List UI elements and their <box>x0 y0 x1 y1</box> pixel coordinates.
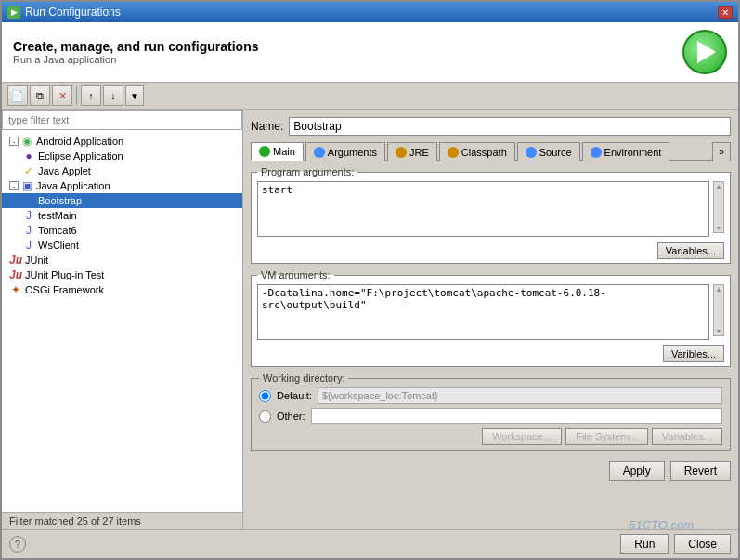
dir-variables-button[interactable]: Variables... <box>652 428 722 445</box>
import-button[interactable]: ↓ <box>103 85 123 106</box>
junit-icon: Ju <box>9 254 22 267</box>
program-args-row: ▲ ▼ <box>257 181 724 237</box>
vm-variables-button[interactable]: Varibles... <box>663 345 724 362</box>
arguments-tab-icon <box>314 147 325 158</box>
toolbar: 📄 ⧉ ✕ ↑ ↓ ▼ <box>2 83 738 110</box>
tab-jre[interactable]: JRE <box>387 142 437 161</box>
tomcat6-icon: J <box>22 224 35 237</box>
name-row: Name: <box>251 117 731 136</box>
tab-source[interactable]: Source <box>517 142 580 161</box>
environment-tab-icon <box>591 147 602 158</box>
osgi-icon: ✦ <box>9 283 22 296</box>
footer-bar: ? Run Close <box>2 529 738 558</box>
tree-expand-android[interactable]: - <box>9 137 19 146</box>
dir-buttons: Workspace... File System... Variables... <box>259 428 722 445</box>
close-window-button[interactable]: ✕ <box>718 6 733 19</box>
other-radio-label: Other: <box>277 410 305 422</box>
default-radio-row: Default: <box>259 387 722 404</box>
program-args-controls: ▲ ▼ <box>713 181 724 233</box>
export-button[interactable]: ↑ <box>81 85 101 106</box>
run-button[interactable]: Run <box>620 534 669 554</box>
more-dropdown-button[interactable]: ▼ <box>125 85 144 106</box>
tree-label-applet: Java Applet <box>38 165 91 176</box>
tab-environment[interactable]: Environment <box>582 142 670 161</box>
run-configurations-window: ▶ Run Configurations ✕ Create, manage, a… <box>0 0 740 560</box>
new-config-button[interactable]: 📄 <box>7 85 28 106</box>
panel-group: Program arguments: ▲ ▼ Variables... <box>251 166 731 522</box>
program-args-fieldset: Program arguments: ▲ ▼ Variables... <box>251 166 731 264</box>
tree-label-osgi: OSGi Framework <box>25 284 104 295</box>
footer-right: Run Close <box>620 534 731 554</box>
close-button[interactable]: Close <box>674 534 731 554</box>
program-variables-button[interactable]: Variables... <box>657 242 724 259</box>
tree-item-osgi[interactable]: ✦ OSGi Framework <box>2 282 242 297</box>
testmain-icon: J <box>22 209 35 222</box>
tab-main-label: Main <box>273 146 295 157</box>
tree-label-junit: JUnit <box>25 254 48 266</box>
config-name-input[interactable] <box>289 117 731 136</box>
toolbar-separator <box>76 86 77 105</box>
header-text: Create, manage, and run configurations R… <box>13 39 259 65</box>
tree-label-bootstrap: Bootstrap <box>38 195 82 206</box>
tree-item-android[interactable]: - ◉ Android Application <box>2 134 242 149</box>
other-radio-row: Other: <box>259 408 722 424</box>
tab-arguments-label: Arguments <box>328 147 377 158</box>
tree-item-testmain[interactable]: J testMain <box>2 208 242 223</box>
workspace-button[interactable]: Workspace... <box>482 428 562 445</box>
apply-button[interactable]: Apply <box>609 461 665 481</box>
android-icon: ◉ <box>20 135 33 148</box>
run-icon <box>682 30 727 74</box>
tree-item-tomcat6[interactable]: J Tomcat6 <box>2 223 242 238</box>
tabs-row: Main Arguments JRE Classpath Source <box>251 141 731 161</box>
header-subtitle: Run a Java application <box>13 54 259 65</box>
vm-args-fieldset: VM arguments: ▲ ▼ Varibles... <box>251 269 731 367</box>
default-radio[interactable] <box>259 390 271 402</box>
default-radio-label: Default: <box>277 390 312 401</box>
vm-scrollbar-stub: ▲ ▼ <box>713 284 724 336</box>
tab-main[interactable]: Main <box>251 142 304 161</box>
scroll-up: ▲ <box>716 183 722 189</box>
revert-button[interactable]: Revert <box>670 461 731 481</box>
program-args-textarea[interactable] <box>257 181 709 237</box>
tree-expand-java[interactable]: - <box>9 181 19 190</box>
applet-icon: ✓ <box>22 164 35 177</box>
tab-jre-label: JRE <box>409 147 429 158</box>
vm-args-textarea[interactable] <box>257 284 709 340</box>
filter-input[interactable] <box>2 110 242 130</box>
tab-arguments[interactable]: Arguments <box>305 142 385 161</box>
vm-args-controls: ▲ ▼ <box>713 284 724 336</box>
tree-item-eclipse[interactable]: ● Eclipse Application <box>2 149 242 163</box>
tree-item-junit[interactable]: Ju JUnit <box>2 253 242 267</box>
tree-label-javaapp: Java Application <box>36 180 110 191</box>
duplicate-config-button[interactable]: ⧉ <box>30 85 50 106</box>
apply-revert-row: Apply Revert <box>251 457 731 481</box>
help-button[interactable]: ? <box>9 536 26 553</box>
tree-label-wsclient: WsClient <box>38 240 79 251</box>
vm-scroll-up: ▲ <box>716 286 722 293</box>
tree-item-bootstrap[interactable]: J Bootstrap <box>2 193 242 208</box>
default-dir-input <box>318 387 722 404</box>
vm-scroll-down: ▼ <box>716 328 722 334</box>
junitplugin-icon: Ju <box>9 268 22 281</box>
tab-classpath[interactable]: Classpath <box>439 142 515 161</box>
other-radio[interactable] <box>259 410 271 423</box>
name-label: Name: <box>251 120 283 133</box>
delete-config-button[interactable]: ✕ <box>52 85 72 106</box>
program-vars-row: Variables... <box>257 240 724 259</box>
tree-item-wsclient[interactable]: J WsClient <box>2 238 242 253</box>
classpath-tab-icon <box>448 147 459 158</box>
tree-item-junitplugin[interactable]: Ju JUnit Plug-in Test <box>2 267 242 282</box>
filesystem-button[interactable]: File System... <box>565 428 648 445</box>
tree-item-javaapp[interactable]: - ▣ Java Application <box>2 178 242 193</box>
tree-label-tomcat6: Tomcat6 <box>38 225 77 236</box>
right-panel: Name: Main Arguments JRE <box>243 110 738 529</box>
tab-more-button[interactable]: » <box>712 142 731 161</box>
java-icon: ▣ <box>20 179 33 192</box>
vm-vars-row: Varibles... <box>257 343 724 362</box>
jre-tab-icon <box>396 147 407 158</box>
tree-item-applet[interactable]: ✓ Java Applet <box>2 163 242 178</box>
other-dir-input[interactable] <box>311 408 722 424</box>
title-bar-left: ▶ Run Configurations <box>7 6 121 19</box>
bootstrap-icon: J <box>22 194 35 207</box>
tree-label-android: Android Application <box>36 136 123 147</box>
